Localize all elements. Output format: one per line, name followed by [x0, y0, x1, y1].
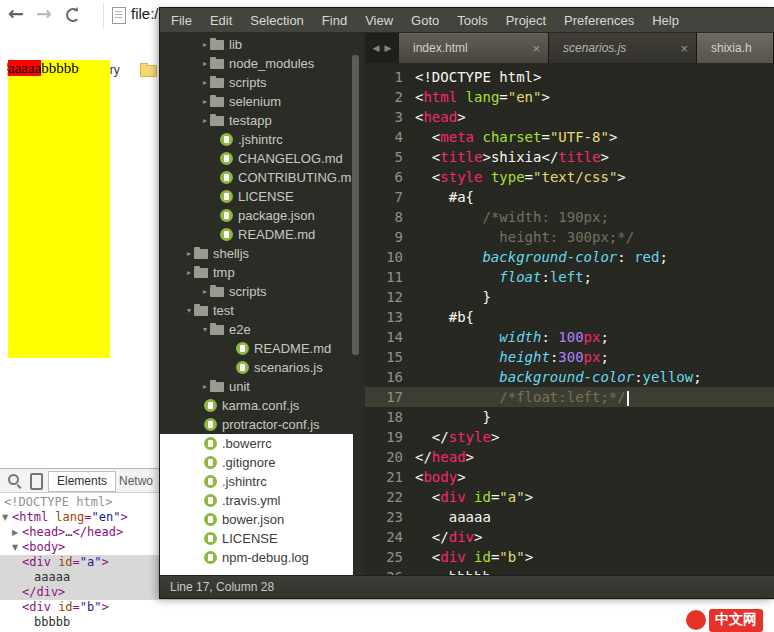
sidebar-folder-shelljs[interactable]: ▸shelljs [160, 244, 365, 263]
editor-tab-scenarios-js[interactable]: scenarios.js× [549, 33, 697, 63]
menu-item-project[interactable]: Project [497, 13, 555, 28]
code-line-26[interactable]: 26 bbbbb [365, 567, 774, 575]
sidebar-folder-selenium[interactable]: ▸selenium [160, 92, 365, 111]
tab-next-icon[interactable]: ▶ [385, 43, 392, 53]
code-line-25[interactable]: 25 <div id="b"> [365, 547, 774, 567]
code-line-15[interactable]: 15 height:300px; [365, 347, 774, 367]
address-input[interactable]: file:/ [131, 5, 159, 22]
sidebar-folder-unit[interactable]: ▸unit [160, 377, 365, 396]
sidebar: ▸lib▸node_modules▸scripts▸selenium▸testa… [160, 33, 365, 575]
device-mode-icon[interactable] [30, 473, 43, 490]
sidebar-file-README.md[interactable]: README.md [160, 339, 365, 358]
folder-expand-icon[interactable]: ▸ [200, 59, 210, 68]
code-line-3[interactable]: 3<head> [365, 107, 774, 127]
code-line-7[interactable]: 7 #a{ [365, 187, 774, 207]
devtools-node-7[interactable]: <div id="b"> [0, 600, 774, 615]
sidebar-scrollbar[interactable] [352, 55, 359, 355]
inspect-magnifier-icon[interactable] [8, 474, 19, 485]
folder-collapse-icon[interactable]: ▾ [184, 306, 194, 315]
code-line-17[interactable]: 17 /*float:left;*/ [365, 387, 774, 407]
devtools-tab-network[interactable]: Netwo [119, 474, 153, 488]
sidebar-file-bower.json[interactable]: bower.json [160, 510, 353, 529]
tree-arrow-icon[interactable]: ▼ [12, 540, 22, 555]
file-icon [220, 190, 233, 203]
forward-button[interactable]: → [36, 2, 52, 24]
sidebar-file-.travis.yml[interactable]: .travis.yml [160, 491, 353, 510]
tree-arrow-icon[interactable]: ▶ [12, 525, 22, 540]
devtools-tab-elements[interactable]: Elements [48, 471, 116, 492]
menu-item-find[interactable]: Find [313, 13, 356, 28]
sidebar-file-karma.conf.js[interactable]: karma.conf.js [160, 396, 365, 415]
sidebar-file-.gitignore[interactable]: .gitignore [160, 453, 353, 472]
folder-expand-icon[interactable]: ▸ [200, 287, 210, 296]
code-line-8[interactable]: 8 /*width: 190px; [365, 207, 774, 227]
folder-expand-icon[interactable]: ▸ [200, 97, 210, 106]
editor-tab-index-html[interactable]: index.html× [399, 33, 549, 63]
menu-item-help[interactable]: Help [643, 13, 688, 28]
sidebar-file-.jshintrc[interactable]: .jshintrc [160, 130, 365, 149]
code-line-10[interactable]: 10 background-color: red; [365, 247, 774, 267]
menu-item-edit[interactable]: Edit [201, 13, 241, 28]
tab-close-icon[interactable]: × [680, 41, 688, 56]
code-line-21[interactable]: 21<body> [365, 467, 774, 487]
sidebar-file-npm-debug.log[interactable]: npm-debug.log [160, 548, 353, 567]
folder-collapse-icon[interactable]: ▾ [200, 325, 210, 334]
folder-expand-icon[interactable]: ▸ [200, 78, 210, 87]
tab-close-icon[interactable]: × [532, 41, 540, 56]
sidebar-file-LICENSE[interactable]: LICENSE [160, 187, 365, 206]
code-line-2[interactable]: 2<html lang="en"> [365, 87, 774, 107]
code-line-23[interactable]: 23 aaaaa [365, 507, 774, 527]
refresh-button[interactable] [66, 8, 80, 22]
sidebar-file-CONTRIBUTING.md[interactable]: CONTRIBUTING.md [160, 168, 365, 187]
code-line-22[interactable]: 22 <div id="a"> [365, 487, 774, 507]
sidebar-file-CHANGELOG.md[interactable]: CHANGELOG.md [160, 149, 365, 168]
code-line-11[interactable]: 11 float:left; [365, 267, 774, 287]
code-line-12[interactable]: 12 } [365, 287, 774, 307]
sidebar-folder-e2e[interactable]: ▾e2e [160, 320, 365, 339]
code-line-5[interactable]: 5 <title>shixia</title> [365, 147, 774, 167]
menu-item-file[interactable]: File [162, 13, 201, 28]
code-line-20[interactable]: 20</head> [365, 447, 774, 467]
folder-expand-icon[interactable]: ▸ [200, 116, 210, 125]
folder-expand-icon[interactable]: ▸ [184, 268, 194, 277]
bookmark-folder-icon[interactable] [140, 65, 157, 77]
code-area[interactable]: 1<!DOCTYPE html>2<html lang="en">3<head>… [365, 63, 774, 575]
sidebar-file-.jshintrc[interactable]: .jshintrc [160, 472, 353, 491]
sidebar-file-.bowerrc[interactable]: .bowerrc [160, 434, 353, 453]
sidebar-folder-scripts[interactable]: ▸scripts [160, 73, 365, 92]
code-line-19[interactable]: 19 </style> [365, 427, 774, 447]
tab-prev-icon[interactable]: ◀ [373, 43, 380, 53]
sidebar-folder-tmp[interactable]: ▸tmp [160, 263, 365, 282]
code-line-9[interactable]: 9 height: 300px;*/ [365, 227, 774, 247]
folder-expand-icon[interactable]: ▸ [200, 40, 210, 49]
code-line-1[interactable]: 1<!DOCTYPE html> [365, 67, 774, 87]
menu-item-selection[interactable]: Selection [241, 13, 312, 28]
sidebar-file-protractor-conf.js[interactable]: protractor-conf.js [160, 415, 365, 434]
code-line-16[interactable]: 16 background-color:yellow; [365, 367, 774, 387]
folder-expand-icon[interactable]: ▸ [200, 382, 210, 391]
sidebar-file-scenarios.js[interactable]: scenarios.js [160, 358, 365, 377]
sidebar-file-README.md[interactable]: README.md [160, 225, 365, 244]
menu-item-preferences[interactable]: Preferences [555, 13, 643, 28]
menu-item-goto[interactable]: Goto [402, 13, 448, 28]
code-line-18[interactable]: 18 } [365, 407, 774, 427]
menu-item-tools[interactable]: Tools [448, 13, 496, 28]
sidebar-file-package.json[interactable]: package.json [160, 206, 365, 225]
code-line-4[interactable]: 4 <meta charset="UTF-8"> [365, 127, 774, 147]
code-line-24[interactable]: 24 </div> [365, 527, 774, 547]
sidebar-file-LICENSE[interactable]: LICENSE [160, 529, 353, 548]
sidebar-folder-test[interactable]: ▾test [160, 301, 365, 320]
code-line-14[interactable]: 14 width: 100px; [365, 327, 774, 347]
editor-tab-shixia-h[interactable]: shixia.h [697, 33, 774, 63]
tree-arrow-icon[interactable]: ▼ [2, 510, 12, 525]
folder-expand-icon[interactable]: ▸ [184, 249, 194, 258]
code-line-13[interactable]: 13 #b{ [365, 307, 774, 327]
devtools-node-8[interactable]: bbbbb [0, 615, 774, 630]
back-button[interactable]: ← [8, 2, 24, 24]
menu-item-view[interactable]: View [356, 13, 402, 28]
sidebar-folder-lib[interactable]: ▸lib [160, 35, 365, 54]
sidebar-folder-scripts[interactable]: ▸scripts [160, 282, 365, 301]
sidebar-folder-testapp[interactable]: ▸testapp [160, 111, 365, 130]
sidebar-folder-node_modules[interactable]: ▸node_modules [160, 54, 365, 73]
code-line-6[interactable]: 6 <style type="text/css"> [365, 167, 774, 187]
